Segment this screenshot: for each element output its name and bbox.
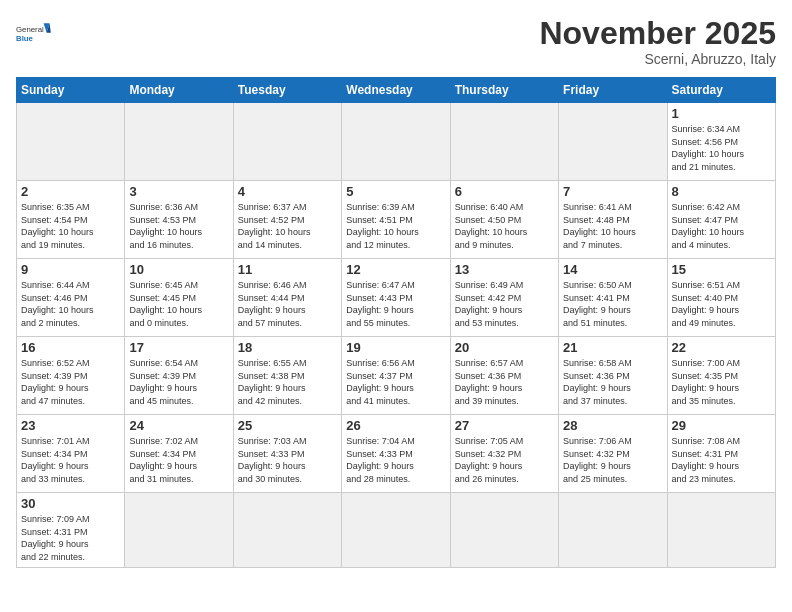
title-block: November 2025 Scerni, Abruzzo, Italy [539, 16, 776, 67]
table-row: 30 Sunrise: 7:09 AM Sunset: 4:31 PM Dayl… [17, 493, 776, 567]
calendar-title: November 2025 [539, 16, 776, 51]
empty-cell [17, 103, 125, 181]
empty-cell [450, 103, 558, 181]
empty-cell [559, 493, 667, 567]
empty-cell [233, 103, 341, 181]
empty-cell [125, 493, 233, 567]
day-21: 21 Sunrise: 6:58 AM Sunset: 4:36 PM Dayl… [559, 337, 667, 415]
empty-cell [559, 103, 667, 181]
day-30: 30 Sunrise: 7:09 AM Sunset: 4:31 PM Dayl… [17, 493, 125, 567]
empty-cell [667, 493, 775, 567]
day-9: 9 Sunrise: 6:44 AM Sunset: 4:46 PM Dayli… [17, 259, 125, 337]
day-2: 2 Sunrise: 6:35 AM Sunset: 4:54 PM Dayli… [17, 181, 125, 259]
logo-icon: GeneralBlue [16, 16, 52, 52]
empty-cell [450, 493, 558, 567]
day-5: 5 Sunrise: 6:39 AM Sunset: 4:51 PM Dayli… [342, 181, 450, 259]
day-19: 19 Sunrise: 6:56 AM Sunset: 4:37 PM Dayl… [342, 337, 450, 415]
weekday-header-row: Sunday Monday Tuesday Wednesday Thursday… [17, 78, 776, 103]
header-wednesday: Wednesday [342, 78, 450, 103]
svg-text:Blue: Blue [16, 34, 34, 43]
table-row: 16 Sunrise: 6:52 AM Sunset: 4:39 PM Dayl… [17, 337, 776, 415]
day-17: 17 Sunrise: 6:54 AM Sunset: 4:39 PM Dayl… [125, 337, 233, 415]
header-saturday: Saturday [667, 78, 775, 103]
day-22: 22 Sunrise: 7:00 AM Sunset: 4:35 PM Dayl… [667, 337, 775, 415]
table-row: 23 Sunrise: 7:01 AM Sunset: 4:34 PM Dayl… [17, 415, 776, 493]
day-12: 12 Sunrise: 6:47 AM Sunset: 4:43 PM Dayl… [342, 259, 450, 337]
header-monday: Monday [125, 78, 233, 103]
page: GeneralBlue November 2025 Scerni, Abruzz… [0, 0, 792, 612]
day-16: 16 Sunrise: 6:52 AM Sunset: 4:39 PM Dayl… [17, 337, 125, 415]
day-23: 23 Sunrise: 7:01 AM Sunset: 4:34 PM Dayl… [17, 415, 125, 493]
header-sunday: Sunday [17, 78, 125, 103]
calendar-table: Sunday Monday Tuesday Wednesday Thursday… [16, 77, 776, 567]
empty-cell [342, 103, 450, 181]
header-friday: Friday [559, 78, 667, 103]
empty-cell [125, 103, 233, 181]
table-row: 2 Sunrise: 6:35 AM Sunset: 4:54 PM Dayli… [17, 181, 776, 259]
day-18: 18 Sunrise: 6:55 AM Sunset: 4:38 PM Dayl… [233, 337, 341, 415]
day-13: 13 Sunrise: 6:49 AM Sunset: 4:42 PM Dayl… [450, 259, 558, 337]
day-15: 15 Sunrise: 6:51 AM Sunset: 4:40 PM Dayl… [667, 259, 775, 337]
day-24: 24 Sunrise: 7:02 AM Sunset: 4:34 PM Dayl… [125, 415, 233, 493]
empty-cell [342, 493, 450, 567]
header-thursday: Thursday [450, 78, 558, 103]
table-row: 1 Sunrise: 6:34 AM Sunset: 4:56 PM Dayli… [17, 103, 776, 181]
day-27: 27 Sunrise: 7:05 AM Sunset: 4:32 PM Dayl… [450, 415, 558, 493]
calendar-subtitle: Scerni, Abruzzo, Italy [539, 51, 776, 67]
day-8: 8 Sunrise: 6:42 AM Sunset: 4:47 PM Dayli… [667, 181, 775, 259]
day-7: 7 Sunrise: 6:41 AM Sunset: 4:48 PM Dayli… [559, 181, 667, 259]
day-4: 4 Sunrise: 6:37 AM Sunset: 4:52 PM Dayli… [233, 181, 341, 259]
day-11: 11 Sunrise: 6:46 AM Sunset: 4:44 PM Dayl… [233, 259, 341, 337]
day-28: 28 Sunrise: 7:06 AM Sunset: 4:32 PM Dayl… [559, 415, 667, 493]
day-29: 29 Sunrise: 7:08 AM Sunset: 4:31 PM Dayl… [667, 415, 775, 493]
svg-text:General: General [16, 25, 44, 34]
table-row: 9 Sunrise: 6:44 AM Sunset: 4:46 PM Dayli… [17, 259, 776, 337]
header: GeneralBlue November 2025 Scerni, Abruzz… [16, 16, 776, 67]
day-6: 6 Sunrise: 6:40 AM Sunset: 4:50 PM Dayli… [450, 181, 558, 259]
day-20: 20 Sunrise: 6:57 AM Sunset: 4:36 PM Dayl… [450, 337, 558, 415]
empty-cell [233, 493, 341, 567]
day-26: 26 Sunrise: 7:04 AM Sunset: 4:33 PM Dayl… [342, 415, 450, 493]
day-25: 25 Sunrise: 7:03 AM Sunset: 4:33 PM Dayl… [233, 415, 341, 493]
header-tuesday: Tuesday [233, 78, 341, 103]
day-3: 3 Sunrise: 6:36 AM Sunset: 4:53 PM Dayli… [125, 181, 233, 259]
logo: GeneralBlue [16, 16, 52, 52]
day-10: 10 Sunrise: 6:45 AM Sunset: 4:45 PM Dayl… [125, 259, 233, 337]
day-14: 14 Sunrise: 6:50 AM Sunset: 4:41 PM Dayl… [559, 259, 667, 337]
day-1: 1 Sunrise: 6:34 AM Sunset: 4:56 PM Dayli… [667, 103, 775, 181]
